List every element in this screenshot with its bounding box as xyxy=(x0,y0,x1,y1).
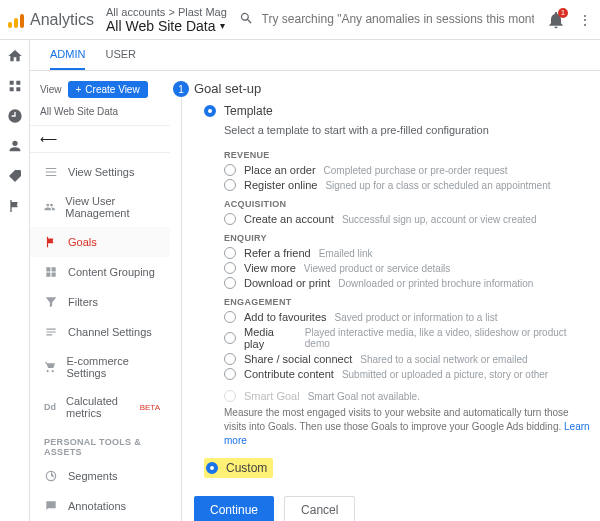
back-button[interactable]: ⟵ xyxy=(30,125,170,153)
template-contribute-content[interactable]: Contribute contentSubmitted or uploaded … xyxy=(224,368,592,380)
sidebar-item-label: View User Management xyxy=(65,195,160,219)
sidebar-item-label: Channel Settings xyxy=(68,326,152,338)
cat-enquiry: ENQUIRY xyxy=(224,233,592,243)
continue-button[interactable]: Continue xyxy=(194,496,274,521)
sidebar-item-label: Filters xyxy=(68,296,98,308)
radio-icon xyxy=(224,179,236,191)
search-icon[interactable] xyxy=(239,11,254,29)
template-label: View more xyxy=(244,262,296,274)
template-label: Share / social connect xyxy=(244,353,352,365)
notifications-button[interactable]: 1 xyxy=(546,10,566,30)
search-area xyxy=(239,11,534,29)
search-input[interactable] xyxy=(262,12,534,26)
channel-icon xyxy=(44,325,58,339)
settings-icon xyxy=(44,165,58,179)
sidebar-item-filters[interactable]: Filters xyxy=(30,287,170,317)
admin-tabs: ADMIN USER xyxy=(30,40,600,71)
sidebar-item-segments[interactable]: Segments xyxy=(30,461,170,491)
template-place-an-order[interactable]: Place an orderCompleted purchase or pre-… xyxy=(224,164,592,176)
sidebar-item-label: Annotations xyxy=(68,500,126,512)
radio-icon xyxy=(224,262,236,274)
step-1-title: Goal set-up xyxy=(194,81,592,96)
option-label: Template xyxy=(224,104,273,118)
sidebar-item-ecommerce-settings[interactable]: E-commerce Settings xyxy=(30,347,170,387)
segments-icon xyxy=(44,469,58,483)
tab-user[interactable]: USER xyxy=(105,48,136,70)
option-smart-goal: Smart GoalSmart Goal not available. xyxy=(224,390,592,402)
template-hint: Successful sign up, account or view crea… xyxy=(342,214,537,225)
template-label: Place an order xyxy=(244,164,316,176)
template-hint: Downloaded or printed brochure informati… xyxy=(338,278,533,289)
radio-icon xyxy=(224,164,236,176)
clock-icon[interactable] xyxy=(7,108,23,124)
smart-goal-na: Smart Goal not available. xyxy=(308,391,420,402)
template-register-online[interactable]: Register onlineSigned up for a class or … xyxy=(224,179,592,191)
template-label: Download or print xyxy=(244,277,330,289)
product-name: Analytics xyxy=(30,11,94,29)
option-label: Custom xyxy=(226,461,267,475)
template-share-social[interactable]: Share / social connectShared to a social… xyxy=(224,353,592,365)
template-hint: Signed up for a class or scheduled an ap… xyxy=(325,180,550,191)
template-add-favourites[interactable]: Add to favouritesSaved product or inform… xyxy=(224,311,592,323)
grouping-icon xyxy=(44,265,58,279)
tag-icon[interactable] xyxy=(7,168,23,184)
account-selector[interactable]: All accounts > Plast Mag All Web Site Da… xyxy=(106,6,227,34)
ga-logo-icon xyxy=(8,12,24,28)
radio-icon xyxy=(224,247,236,259)
tab-admin[interactable]: ADMIN xyxy=(50,48,85,70)
template-label: Create an account xyxy=(244,213,334,225)
sidebar-item-content-grouping[interactable]: Content Grouping xyxy=(30,257,170,287)
template-download-print[interactable]: Download or printDownloaded or printed b… xyxy=(224,277,592,289)
cat-engagement: ENGAGEMENT xyxy=(224,297,592,307)
dashboard-icon[interactable] xyxy=(7,78,23,94)
sidebar-item-annotations[interactable]: Annotations xyxy=(30,491,170,521)
step-1-badge: 1 xyxy=(173,81,189,97)
tools-header: PERSONAL TOOLS & ASSETS xyxy=(30,427,170,461)
plus-icon: + xyxy=(76,84,82,95)
template-label: Media play xyxy=(244,326,297,350)
sidebar-item-label: E-commerce Settings xyxy=(66,355,160,379)
template-hint: Viewed product or service details xyxy=(304,263,451,274)
sidebar-item-label: Goals xyxy=(68,236,97,248)
option-custom[interactable]: Custom xyxy=(204,458,273,478)
template-label: Contribute content xyxy=(244,368,334,380)
radio-icon xyxy=(224,368,236,380)
sidebar-item-user-management[interactable]: View User Management xyxy=(30,187,170,227)
cancel-button[interactable]: Cancel xyxy=(284,496,355,521)
radio-icon xyxy=(204,105,216,117)
sidebar-item-label: View Settings xyxy=(68,166,134,178)
home-icon[interactable] xyxy=(7,48,23,64)
users-icon xyxy=(44,200,55,214)
dd-icon: Dd xyxy=(44,400,56,414)
flag-icon[interactable] xyxy=(7,198,23,214)
sidebar-item-calculated-metrics[interactable]: DdCalculated metricsBETA xyxy=(30,387,170,427)
chevron-down-icon: ▾ xyxy=(220,20,225,31)
sidebar-item-channel-settings[interactable]: Channel Settings xyxy=(30,317,170,347)
create-view-button[interactable]: +Create View xyxy=(68,81,148,98)
template-hint: Saved product or information to a list xyxy=(335,312,498,323)
view-name-value[interactable]: All Web Site Data xyxy=(30,106,170,125)
template-refer-friend[interactable]: Refer a friendEmailed link xyxy=(224,247,592,259)
template-media-play[interactable]: Media playPlayed interactive media, like… xyxy=(224,326,592,350)
template-hint: Shared to a social network or emailed xyxy=(360,354,527,365)
template-create-account[interactable]: Create an accountSuccessful sign up, acc… xyxy=(224,213,592,225)
admin-sidebar: View +Create View All Web Site Data ⟵ Vi… xyxy=(30,71,170,521)
sidebar-item-label: Calculated metrics xyxy=(66,395,128,419)
property-name: All Web Site Data xyxy=(106,18,215,34)
template-hint: Submitted or uploaded a picture, story o… xyxy=(342,369,548,380)
sidebar-item-label: Content Grouping xyxy=(68,266,155,278)
radio-icon xyxy=(224,277,236,289)
radio-icon xyxy=(224,311,236,323)
left-rail xyxy=(0,40,30,521)
template-label: Refer a friend xyxy=(244,247,311,259)
smart-goal-description: Measure the most engaged visits to your … xyxy=(224,406,592,448)
sidebar-item-view-settings[interactable]: View Settings xyxy=(30,157,170,187)
more-icon[interactable]: ⋮ xyxy=(578,12,592,28)
template-hint: Emailed link xyxy=(319,248,373,259)
user-icon[interactable] xyxy=(7,138,23,154)
sidebar-item-goals[interactable]: Goals xyxy=(30,227,170,257)
template-view-more[interactable]: View moreViewed product or service detai… xyxy=(224,262,592,274)
option-template[interactable]: Template xyxy=(204,104,592,118)
filter-icon xyxy=(44,295,58,309)
cat-revenue: REVENUE xyxy=(224,150,592,160)
